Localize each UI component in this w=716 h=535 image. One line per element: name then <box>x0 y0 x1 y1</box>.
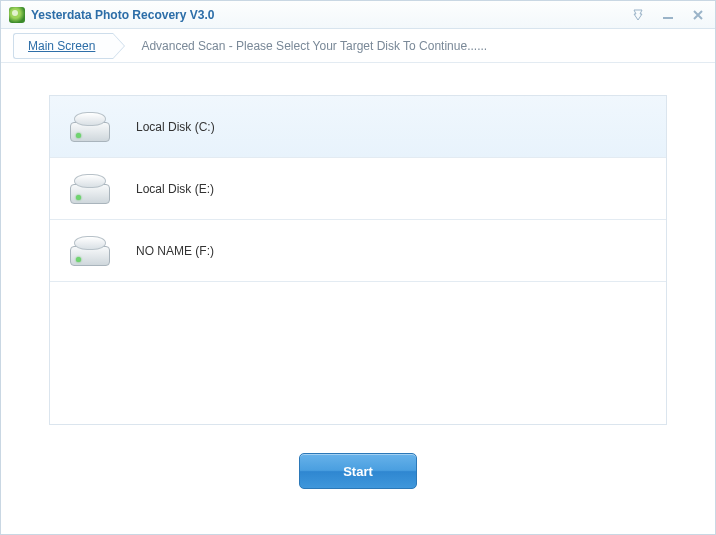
minimize-button[interactable] <box>659 8 677 22</box>
breadcrumb-bar: Main Screen Advanced Scan - Please Selec… <box>1 29 715 63</box>
pin-button[interactable] <box>629 8 647 22</box>
breadcrumb-description: Advanced Scan - Please Select Your Targe… <box>141 39 487 53</box>
titlebar: Yesterdata Photo Recovery V3.0 <box>1 1 715 29</box>
disk-label: Local Disk (C:) <box>136 120 215 134</box>
disk-label: NO NAME (F:) <box>136 244 214 258</box>
hard-disk-icon <box>68 110 112 144</box>
breadcrumb-main-label: Main Screen <box>28 39 95 53</box>
disk-list-panel: Local Disk (C:) Local Disk (E:) NO NAME … <box>49 95 667 425</box>
hard-disk-icon <box>68 172 112 206</box>
close-button[interactable] <box>689 8 707 22</box>
svg-rect-0 <box>663 17 673 19</box>
breadcrumb-main-screen[interactable]: Main Screen <box>13 33 113 59</box>
app-icon <box>9 7 25 23</box>
content-area: Local Disk (C:) Local Disk (E:) NO NAME … <box>1 63 715 534</box>
app-window: Yesterdata Photo Recovery V3.0 Main Scre… <box>0 0 716 535</box>
disk-label: Local Disk (E:) <box>136 182 214 196</box>
start-button[interactable]: Start <box>299 453 417 489</box>
window-controls <box>629 8 707 22</box>
disk-row-e[interactable]: Local Disk (E:) <box>50 158 666 220</box>
app-title: Yesterdata Photo Recovery V3.0 <box>31 8 629 22</box>
disk-row-f[interactable]: NO NAME (F:) <box>50 220 666 282</box>
hard-disk-icon <box>68 234 112 268</box>
disk-row-c[interactable]: Local Disk (C:) <box>50 96 666 158</box>
footer: Start <box>49 425 667 489</box>
